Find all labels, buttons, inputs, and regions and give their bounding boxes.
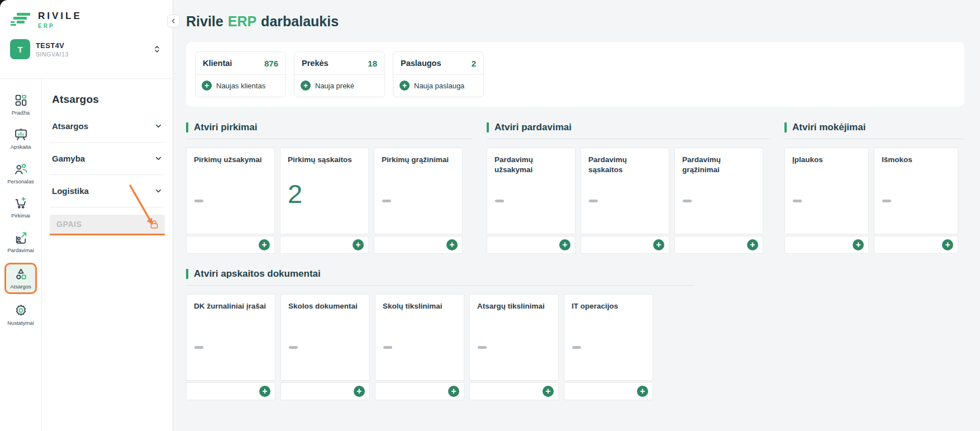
card-body[interactable]: Skolų tikslinimai <box>375 294 464 381</box>
add-button[interactable]: + <box>653 239 664 250</box>
add-button[interactable]: + <box>259 386 270 397</box>
sections-row: Atviri pirkimai Pirkimų užsakymai + Pirk… <box>186 122 964 254</box>
section-title: Atviri apskaitos dokumentai <box>194 268 321 280</box>
sidebar-item-apskaita[interactable]: Apskaita <box>4 125 37 152</box>
chevron-down-icon <box>154 154 163 163</box>
add-button[interactable]: + <box>259 239 270 250</box>
section-title: Atviri mokėjimai <box>792 122 865 133</box>
section-atviri-pirkimai: Atviri pirkimai Pirkimų užsakymai + Pirk… <box>186 122 472 254</box>
card-title: Pardavimų užsakymai <box>494 155 568 175</box>
card-body[interactable]: Pardavimų sąskaitos <box>581 148 669 234</box>
card-footer: + <box>674 236 763 254</box>
card-body[interactable]: IT operacijos <box>564 294 653 381</box>
add-button[interactable]: + <box>853 239 864 250</box>
section-accent-bar <box>784 122 787 132</box>
card-pirkimu-saskaitos: Pirkimų sąskaitos 2 + <box>280 148 369 254</box>
submenu-item-logistika[interactable]: Logistika <box>50 175 165 207</box>
empty-value-dash <box>882 200 891 202</box>
card-body[interactable]: Pardavimų grąžinimai <box>674 148 763 234</box>
sidebar-item-nustatymai[interactable]: Nustatymai <box>4 301 37 328</box>
chevron-down-icon <box>154 187 163 195</box>
rail-item-label: Personalas <box>7 179 34 184</box>
card-title: Pirkimų grąžinimai <box>382 155 455 165</box>
card-ismokos: Išmokos + <box>874 148 958 254</box>
add-button[interactable]: + <box>559 239 570 250</box>
person-share-icon <box>14 231 28 245</box>
card-title: Pardavimų grąžinimai <box>682 155 755 175</box>
add-button[interactable]: + <box>942 239 953 250</box>
add-button[interactable]: + <box>448 386 459 397</box>
stat-card-prekes: Prekės 18 + Nauja prekė <box>294 51 385 97</box>
sidebar-item-pradzia[interactable]: Pradžia <box>4 91 37 118</box>
new-service-button[interactable]: + Nauja paslauga <box>393 75 483 96</box>
rail-item-label: Atsargos <box>10 284 31 290</box>
add-button[interactable]: + <box>637 386 648 397</box>
lock-icon <box>149 219 159 229</box>
card-body[interactable]: Pirkimų grąžinimai <box>374 148 463 234</box>
rail-item-label: Nustatymai <box>7 320 34 326</box>
shapes-icon <box>14 267 28 281</box>
sidebar-item-atsargos[interactable]: Atsargos <box>4 263 37 293</box>
stats-panel: Klientai 876 + Naujas klientas Prekės 18… <box>186 42 964 107</box>
section-header: Atviri apskaitos dokumentai <box>186 268 694 280</box>
chevron-updown-icon[interactable] <box>153 45 161 54</box>
user-meta: TEST4V SINGVAI13 <box>36 41 69 58</box>
plus-icon: + <box>301 80 311 91</box>
card-skolu-tikslinimai: Skolų tikslinimai + <box>375 294 464 400</box>
card-body[interactable]: Pirkimų sąskaitos 2 <box>280 148 369 234</box>
add-button[interactable]: + <box>747 239 758 250</box>
users-icon <box>14 162 28 176</box>
section-accent-bar <box>186 269 188 279</box>
new-client-button[interactable]: + Naujas klientas <box>196 75 286 96</box>
rail-item-label: Pradžia <box>12 110 30 116</box>
avatar: T <box>10 39 30 59</box>
submenu-item-gpais-locked[interactable]: GPAIS <box>50 215 165 235</box>
section-atviri-apskaitos-dokumentai: Atviri apskaitos dokumentai DK žurnalini… <box>186 268 694 400</box>
sidebar-body: Pradžia Apskaita <box>0 79 173 431</box>
stat-card-header[interactable]: Prekės 18 <box>294 52 384 75</box>
rail-item-label: Apskaita <box>11 144 31 150</box>
section-title: Atviri pirkimai <box>194 122 257 133</box>
submenu-item-atsargos[interactable]: Atsargos <box>50 110 165 143</box>
card-body[interactable]: Išmokos <box>874 148 958 234</box>
add-button[interactable]: + <box>543 386 554 397</box>
avatar-initial: T <box>17 45 22 54</box>
card-body[interactable]: Skolos dokumentai <box>280 294 370 381</box>
page-title-suffix: darbalaukis <box>261 13 339 30</box>
card-body[interactable]: Pirkimų užsakymai <box>186 148 275 234</box>
sidebar-item-pardavimai[interactable]: Pardavimai <box>4 229 37 255</box>
new-product-button[interactable]: + Nauja prekė <box>294 75 384 96</box>
add-button[interactable]: + <box>354 386 365 397</box>
card-footer: + <box>784 236 869 254</box>
sidebar-collapse-button[interactable] <box>167 15 180 27</box>
plus-icon: + <box>399 80 410 91</box>
card-pirkimu-grazinimai: Pirkimų grąžinimai + <box>374 148 463 254</box>
cart-plus-icon <box>14 196 28 210</box>
main-content: Rivile ERP darbalaukis Klientai 876 + Na… <box>174 0 980 431</box>
empty-value-dash <box>495 200 504 202</box>
card-body[interactable]: Pardavimų užsakymai <box>487 148 575 234</box>
logo-text: RIVILE ERP <box>38 11 82 29</box>
submenu-item-gamyba[interactable]: Gamyba <box>50 143 165 175</box>
section-accent-bar <box>487 122 489 132</box>
card-title: IT operacijos <box>572 301 645 311</box>
card-pardavimu-saskaitos: Pardavimų sąskaitos + <box>581 148 669 254</box>
account-switcher[interactable]: T TEST4V SINGVAI13 <box>10 39 164 59</box>
stat-action-label: Naujas klientas <box>216 82 265 90</box>
submenu-heading: Atsargos <box>52 93 163 106</box>
rivile-logo[interactable]: RIVILE ERP <box>10 11 164 29</box>
card-pardavimu-uzsakymai: Pardavimų užsakymai + <box>487 148 575 254</box>
card-footer: + <box>874 236 958 254</box>
stat-card-header[interactable]: Paslaugos 2 <box>393 52 483 75</box>
sidebar-item-pirkimai[interactable]: Pirkimai <box>4 194 37 221</box>
submenu-panel: Atsargos Atsargos Gamyba Logistika GPAIS <box>42 79 173 431</box>
add-button[interactable]: + <box>446 239 458 250</box>
card-body[interactable]: DK žurnaliniai įrašai <box>186 294 275 381</box>
card-body[interactable]: Įplaukos <box>784 148 869 234</box>
stat-card-header[interactable]: Klientai 876 <box>196 52 286 75</box>
empty-value-dash <box>289 346 298 349</box>
stat-count: 876 <box>264 59 278 68</box>
sidebar-item-personalas[interactable]: Personalas <box>4 160 37 187</box>
add-button[interactable]: + <box>353 239 364 250</box>
card-body[interactable]: Atsargų tikslinimai <box>469 294 559 381</box>
